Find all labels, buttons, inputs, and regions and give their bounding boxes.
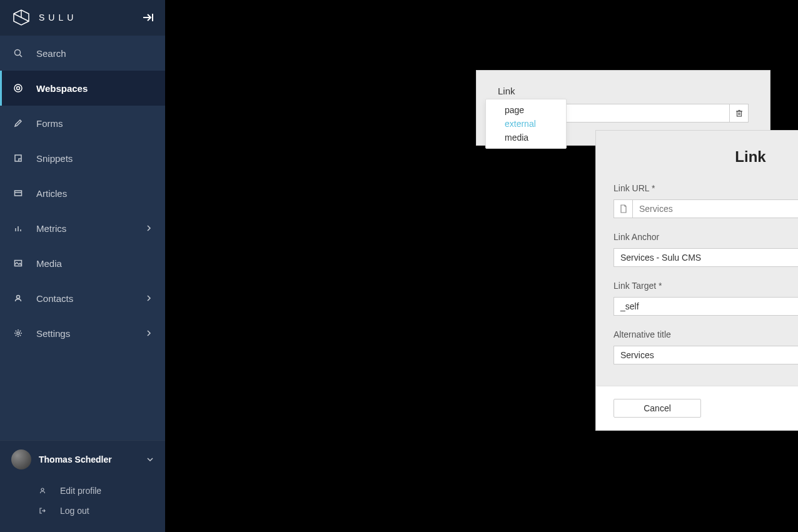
svg-point-5 bbox=[15, 50, 21, 56]
brand-text: SULU bbox=[39, 13, 77, 23]
log-out-link[interactable]: Log out bbox=[0, 501, 165, 521]
brand[interactable]: SULU bbox=[11, 9, 77, 26]
sidebar-item-snippets[interactable]: Snippets bbox=[0, 141, 165, 176]
svg-rect-9 bbox=[15, 155, 21, 161]
page-icon bbox=[614, 199, 632, 218]
user-menu-toggle[interactable]: Thomas Schedler bbox=[0, 441, 165, 478]
pencil-icon bbox=[14, 119, 23, 128]
edit-profile-label: Edit profile bbox=[60, 486, 101, 496]
sidebar-item-webspaces[interactable]: Webspaces bbox=[0, 71, 165, 106]
target-icon bbox=[14, 84, 23, 93]
edit-profile-link[interactable]: Edit profile bbox=[0, 481, 165, 501]
sidebar-item-label: Snippets bbox=[36, 153, 73, 164]
bars-icon bbox=[14, 224, 23, 233]
user-name: Thomas Schedler bbox=[39, 454, 112, 464]
link-type-panel-title: Link bbox=[498, 86, 759, 96]
sidebar-item-label: Search bbox=[36, 48, 66, 59]
link-modal: Link Link URL * bbox=[595, 130, 798, 431]
chevron-right-icon bbox=[146, 329, 151, 337]
link-anchor-input[interactable] bbox=[614, 248, 798, 267]
avatar bbox=[11, 449, 31, 469]
brand-logo-icon bbox=[11, 9, 31, 26]
link-type-option-page[interactable]: page bbox=[486, 103, 566, 117]
sidebar-item-media[interactable]: Media bbox=[0, 246, 165, 281]
link-type-clear-button[interactable] bbox=[730, 104, 749, 123]
user-section: Thomas Schedler Edit profile Log out bbox=[0, 440, 165, 532]
cancel-button[interactable]: Cancel bbox=[614, 399, 701, 418]
svg-point-17 bbox=[17, 332, 19, 334]
link-url-input[interactable] bbox=[632, 199, 798, 218]
sidebar-item-label: Media bbox=[36, 258, 62, 269]
link-target-label: Link Target * bbox=[614, 281, 798, 291]
link-type-option-media[interactable]: media bbox=[486, 131, 566, 144]
sidebar-item-forms[interactable]: Forms bbox=[0, 106, 165, 141]
log-out-label: Log out bbox=[60, 506, 89, 516]
svg-point-8 bbox=[17, 87, 20, 90]
logout-icon bbox=[39, 507, 48, 514]
card-icon bbox=[14, 189, 23, 198]
svg-point-18 bbox=[41, 488, 44, 491]
chevron-right-icon bbox=[146, 294, 151, 302]
sidebar-header: SULU bbox=[0, 0, 165, 36]
chevron-right-icon bbox=[146, 224, 151, 232]
svg-point-7 bbox=[14, 84, 22, 92]
user-icon bbox=[14, 294, 23, 303]
sidebar-item-metrics[interactable]: Metrics bbox=[0, 211, 165, 246]
svg-line-6 bbox=[20, 55, 23, 58]
search-icon bbox=[14, 49, 23, 58]
chevron-down-icon bbox=[146, 457, 154, 462]
sidebar-collapse-button[interactable] bbox=[143, 13, 154, 23]
image-icon bbox=[14, 259, 23, 268]
link-type-dropdown: page external media bbox=[485, 99, 567, 149]
gear-icon bbox=[14, 329, 23, 338]
user-small-icon bbox=[39, 487, 48, 494]
link-modal-wrap: Link Link URL * bbox=[595, 130, 798, 431]
sidebar-item-contacts[interactable]: Contacts bbox=[0, 281, 165, 316]
main-content: Link page external media Link bbox=[165, 0, 798, 532]
link-modal-title: Link bbox=[596, 131, 798, 171]
sidebar-item-label: Articles bbox=[36, 188, 67, 199]
trash-icon bbox=[735, 109, 743, 118]
link-target-select[interactable]: _self bbox=[614, 297, 798, 316]
sidebar-item-label: Forms bbox=[36, 118, 63, 129]
svg-rect-10 bbox=[15, 191, 22, 196]
collapse-icon bbox=[143, 13, 154, 23]
alt-title-input[interactable] bbox=[614, 346, 798, 364]
note-icon bbox=[14, 154, 23, 163]
sidebar-item-settings[interactable]: Settings bbox=[0, 316, 165, 351]
sidebar-item-label: Webspaces bbox=[36, 83, 88, 94]
link-url-label: Link URL * bbox=[614, 183, 798, 193]
alt-title-label: Alternative title bbox=[614, 329, 798, 339]
sidebar-item-search[interactable]: Search bbox=[0, 36, 165, 71]
svg-rect-20 bbox=[737, 111, 741, 116]
svg-point-16 bbox=[17, 296, 20, 299]
sidebar-item-label: Contacts bbox=[36, 293, 73, 304]
sidebar-item-label: Metrics bbox=[36, 223, 66, 234]
link-anchor-label: Link Anchor bbox=[614, 232, 798, 242]
link-type-option-external[interactable]: external bbox=[486, 117, 566, 131]
sidebar: SULU Search bbox=[0, 0, 165, 532]
link-target-value: _self bbox=[620, 301, 639, 311]
sidebar-nav: Search Webspaces Forms Snippets bbox=[0, 36, 165, 440]
sidebar-item-label: Settings bbox=[36, 328, 70, 339]
sidebar-item-articles[interactable]: Articles bbox=[0, 176, 165, 211]
